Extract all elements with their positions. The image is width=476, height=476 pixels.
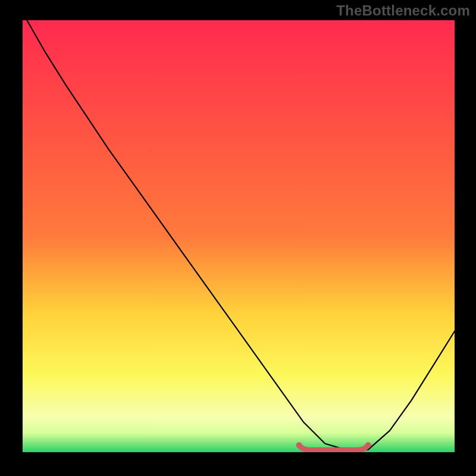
svg-point-1 bbox=[296, 442, 302, 448]
plot-area bbox=[23, 20, 455, 452]
svg-point-2 bbox=[365, 442, 371, 448]
watermark-label: TheBottleneck.com bbox=[336, 2, 470, 19]
svg-rect-0 bbox=[23, 20, 455, 452]
chart-frame: TheBottleneck.com bbox=[0, 0, 476, 476]
bottleneck-curve-chart bbox=[23, 20, 455, 452]
